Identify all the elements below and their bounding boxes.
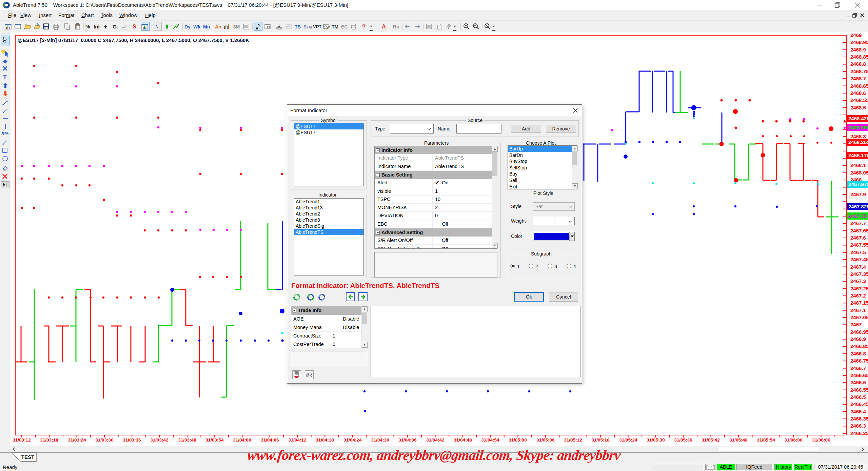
svg-text:TEST: TEST — [21, 454, 34, 460]
svg-text:m: m — [295, 375, 298, 378]
